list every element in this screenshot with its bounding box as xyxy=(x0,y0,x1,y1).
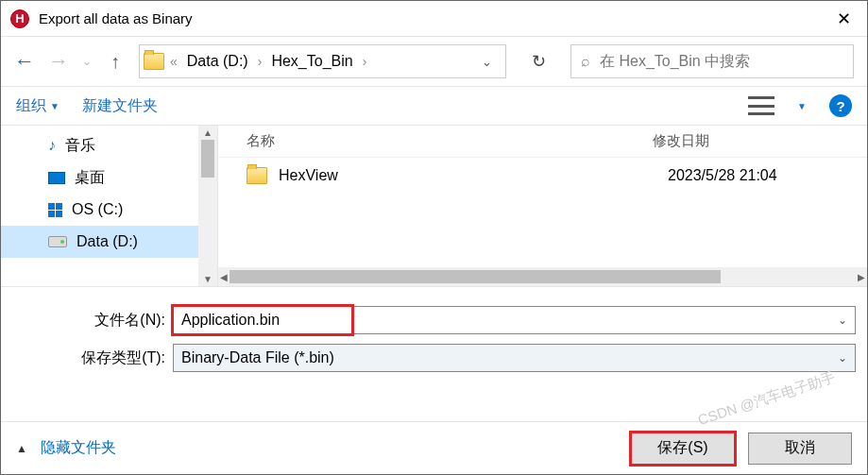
scroll-up-icon[interactable]: ▲ xyxy=(203,127,213,138)
search-placeholder: 在 Hex_To_Bin 中搜索 xyxy=(600,52,750,72)
chevron-down-icon[interactable]: ▼ xyxy=(797,101,807,111)
column-headers[interactable]: 名称 修改日期 xyxy=(218,126,867,158)
filetype-value: Binary-Data File (*.bin) xyxy=(181,349,334,366)
refresh-button[interactable]: ↻ xyxy=(519,51,557,72)
forward-button: → xyxy=(48,49,69,74)
scroll-left-icon[interactable]: ◀ xyxy=(220,272,228,282)
filename-label: 文件名(N): xyxy=(12,311,173,331)
view-options-button[interactable] xyxy=(748,96,774,115)
address-dropdown[interactable]: ⌄ xyxy=(472,55,502,69)
window-title: Export all data as Binary xyxy=(39,10,820,26)
folder-icon xyxy=(247,167,267,184)
history-dropdown[interactable]: ⌄ xyxy=(82,55,92,68)
chevron-right-icon: › xyxy=(361,54,369,69)
caret-up-icon[interactable]: ▲ xyxy=(16,442,27,455)
sidebar-scrollbar[interactable]: ▲ ▼ xyxy=(198,126,217,286)
sidebar-item-label: 桌面 xyxy=(75,168,105,188)
toolbar: 组织▼ 新建文件夹 ▼ ? xyxy=(1,86,867,126)
drive-icon xyxy=(48,236,67,247)
chevron-right-icon: › xyxy=(256,54,264,69)
scroll-thumb[interactable] xyxy=(230,270,721,283)
back-button[interactable]: ← xyxy=(14,49,35,74)
new-folder-button[interactable]: 新建文件夹 xyxy=(82,96,158,116)
save-button[interactable]: 保存(S) xyxy=(631,433,735,465)
music-icon: ♪ xyxy=(48,137,56,154)
scroll-thumb[interactable] xyxy=(201,140,214,178)
desktop-icon xyxy=(48,172,65,184)
file-date: 2023/5/28 21:04 xyxy=(668,167,777,184)
chevron-down-icon[interactable]: ⌄ xyxy=(838,314,847,327)
hide-folders-link[interactable]: 隐藏文件夹 xyxy=(41,438,116,458)
filetype-label: 保存类型(T): xyxy=(12,348,173,368)
cancel-button[interactable]: 取消 xyxy=(748,433,852,465)
search-input[interactable]: ⌕ 在 Hex_To_Bin 中搜索 xyxy=(570,44,854,78)
horizontal-scrollbar[interactable]: ◀ ▶ xyxy=(218,267,867,286)
sidebar-item-data-d[interactable]: Data (D:) xyxy=(1,226,217,258)
help-button[interactable]: ? xyxy=(829,94,852,117)
file-list: 名称 修改日期 HexView 2023/5/28 21:04 ◀ ▶ xyxy=(218,126,867,286)
sidebar-item-label: 音乐 xyxy=(65,136,95,156)
form-area: 文件名(N): Application.bin x ⌄ 保存类型(T): Bin… xyxy=(1,287,867,389)
search-icon: ⌕ xyxy=(581,53,590,70)
sidebar-item-desktop[interactable]: 桌面 xyxy=(1,161,217,194)
filename-highlight: Application.bin xyxy=(173,306,352,334)
chevron-down-icon[interactable]: ⌄ xyxy=(838,351,847,365)
column-date[interactable]: 修改日期 xyxy=(653,132,709,150)
sidebar-item-music[interactable]: ♪ 音乐 xyxy=(1,129,217,161)
column-name[interactable]: 名称 xyxy=(247,132,653,150)
app-icon: H xyxy=(10,9,29,28)
chevron-down-icon: ▼ xyxy=(50,101,60,111)
sidebar-item-label: Data (D:) xyxy=(77,233,138,250)
address-bar[interactable]: « Data (D:) › Hex_To_Bin › ⌄ xyxy=(139,44,506,78)
main-area: ♪ 音乐 桌面 OS (C:) Data (D:) ▲ ▼ xyxy=(1,126,867,286)
sidebar-item-label: OS (C:) xyxy=(72,201,123,218)
scroll-right-icon[interactable]: ▶ xyxy=(858,272,865,282)
titlebar: H Export all data as Binary ✕ xyxy=(1,1,867,37)
filetype-select[interactable]: Binary-Data File (*.bin) ⌄ xyxy=(173,344,856,372)
folder-icon xyxy=(144,53,164,70)
scroll-down-icon[interactable]: ▼ xyxy=(203,274,213,284)
sidebar-item-os-c[interactable]: OS (C:) xyxy=(1,194,217,226)
save-dialog: H Export all data as Binary ✕ ← → ⌄ ↑ « … xyxy=(0,0,868,475)
footer: ▲ 隐藏文件夹 保存(S) 取消 xyxy=(1,421,867,474)
up-button[interactable]: ↑ xyxy=(105,51,126,73)
sidebar: ♪ 音乐 桌面 OS (C:) Data (D:) ▲ ▼ xyxy=(1,126,218,286)
windows-icon xyxy=(48,203,62,217)
file-name: HexView xyxy=(279,167,656,184)
nav-row: ← → ⌄ ↑ « Data (D:) › Hex_To_Bin › ⌄ ↻ ⌕… xyxy=(1,37,867,86)
crumb-drive[interactable]: Data (D:) xyxy=(183,50,252,73)
file-row[interactable]: HexView 2023/5/28 21:04 xyxy=(218,158,867,194)
crumb-sep-icon: « xyxy=(168,54,179,69)
crumb-folder[interactable]: Hex_To_Bin xyxy=(267,50,356,73)
close-button[interactable]: ✕ xyxy=(820,1,867,37)
organize-menu[interactable]: 组织▼ xyxy=(16,96,60,116)
